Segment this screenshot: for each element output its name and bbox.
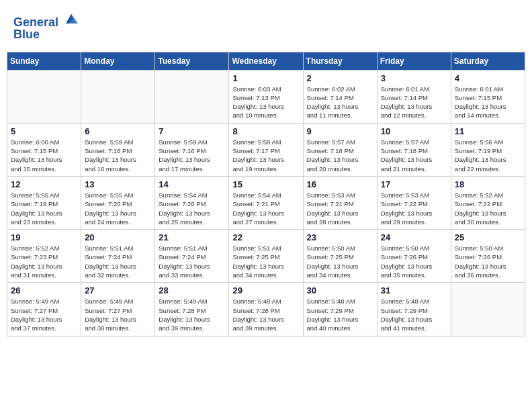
calendar-cell: 6Sunrise: 5:59 AM Sunset: 7:16 PM Daylig… <box>81 123 155 176</box>
cell-info: Sunrise: 5:53 AM Sunset: 7:21 PM Dayligh… <box>307 191 373 226</box>
calendar-cell: 7Sunrise: 5:59 AM Sunset: 7:16 PM Daylig… <box>155 123 229 176</box>
page-header: General Blue <box>7 7 525 45</box>
day-number: 1 <box>232 73 299 83</box>
weekday-header-wednesday: Wednesday <box>229 52 303 70</box>
cell-info: Sunrise: 5:52 AM Sunset: 7:22 PM Dayligh… <box>455 191 521 226</box>
cell-info: Sunrise: 5:59 AM Sunset: 7:16 PM Dayligh… <box>85 138 151 173</box>
day-number: 31 <box>381 285 447 295</box>
cell-info: Sunrise: 6:00 AM Sunset: 7:15 PM Dayligh… <box>11 138 77 173</box>
calendar-cell: 24Sunrise: 5:50 AM Sunset: 7:26 PM Dayli… <box>377 230 451 283</box>
cell-info: Sunrise: 5:48 AM Sunset: 7:29 PM Dayligh… <box>381 297 447 332</box>
cell-info: Sunrise: 5:54 AM Sunset: 7:20 PM Dayligh… <box>159 191 225 226</box>
day-number: 3 <box>381 73 447 83</box>
day-number: 18 <box>455 179 521 189</box>
calendar-cell: 3Sunrise: 6:01 AM Sunset: 7:14 PM Daylig… <box>377 70 451 123</box>
calendar-week-3: 19Sunrise: 5:52 AM Sunset: 7:23 PM Dayli… <box>7 230 525 283</box>
day-number: 21 <box>159 232 225 242</box>
calendar-cell: 1Sunrise: 6:03 AM Sunset: 7:13 PM Daylig… <box>229 70 303 123</box>
day-number: 27 <box>85 285 151 295</box>
calendar-cell <box>81 70 155 123</box>
weekday-header-row: SundayMondayTuesdayWednesdayThursdayFrid… <box>7 52 525 70</box>
weekday-header-thursday: Thursday <box>303 52 377 70</box>
cell-info: Sunrise: 5:51 AM Sunset: 7:25 PM Dayligh… <box>232 244 299 279</box>
cell-info: Sunrise: 5:49 AM Sunset: 7:27 PM Dayligh… <box>11 297 77 332</box>
calendar-week-2: 12Sunrise: 5:55 AM Sunset: 7:19 PM Dayli… <box>7 176 525 229</box>
cell-info: Sunrise: 6:01 AM Sunset: 7:14 PM Dayligh… <box>381 85 447 120</box>
calendar-cell <box>7 70 81 123</box>
calendar-cell: 15Sunrise: 5:54 AM Sunset: 7:21 PM Dayli… <box>229 176 303 229</box>
day-number: 7 <box>159 126 225 136</box>
calendar-cell: 20Sunrise: 5:51 AM Sunset: 7:24 PM Dayli… <box>81 230 155 283</box>
calendar-cell: 10Sunrise: 5:57 AM Sunset: 7:18 PM Dayli… <box>377 123 451 176</box>
cell-info: Sunrise: 5:48 AM Sunset: 7:28 PM Dayligh… <box>232 297 299 332</box>
day-number: 6 <box>85 126 151 136</box>
day-number: 14 <box>159 179 225 189</box>
weekday-header-monday: Monday <box>81 52 155 70</box>
calendar-cell: 13Sunrise: 5:55 AM Sunset: 7:20 PM Dayli… <box>81 176 155 229</box>
day-number: 9 <box>307 126 373 136</box>
calendar-cell: 22Sunrise: 5:51 AM Sunset: 7:25 PM Dayli… <box>229 230 303 283</box>
cell-info: Sunrise: 5:49 AM Sunset: 7:28 PM Dayligh… <box>159 297 225 332</box>
day-number: 23 <box>307 232 373 242</box>
calendar-cell: 16Sunrise: 5:53 AM Sunset: 7:21 PM Dayli… <box>303 176 377 229</box>
calendar-cell: 30Sunrise: 5:48 AM Sunset: 7:29 PM Dayli… <box>303 283 377 336</box>
cell-info: Sunrise: 5:58 AM Sunset: 7:17 PM Dayligh… <box>232 138 299 173</box>
cell-info: Sunrise: 5:48 AM Sunset: 7:29 PM Dayligh… <box>307 297 373 332</box>
cell-info: Sunrise: 5:57 AM Sunset: 7:18 PM Dayligh… <box>381 138 447 173</box>
day-number: 5 <box>11 126 77 136</box>
cell-info: Sunrise: 5:50 AM Sunset: 7:26 PM Dayligh… <box>381 244 447 279</box>
calendar-week-4: 26Sunrise: 5:49 AM Sunset: 7:27 PM Dayli… <box>7 283 525 336</box>
cell-info: Sunrise: 5:54 AM Sunset: 7:21 PM Dayligh… <box>232 191 299 226</box>
logo: General Blue <box>13 10 79 42</box>
weekday-header-tuesday: Tuesday <box>155 52 229 70</box>
calendar-cell: 5Sunrise: 6:00 AM Sunset: 7:15 PM Daylig… <box>7 123 81 176</box>
day-number: 13 <box>85 179 151 189</box>
calendar-cell: 26Sunrise: 5:49 AM Sunset: 7:27 PM Dayli… <box>7 283 81 336</box>
cell-info: Sunrise: 6:03 AM Sunset: 7:13 PM Dayligh… <box>232 85 299 120</box>
calendar-cell: 9Sunrise: 5:57 AM Sunset: 7:18 PM Daylig… <box>303 123 377 176</box>
weekday-header-saturday: Saturday <box>451 52 525 70</box>
calendar-cell: 29Sunrise: 5:48 AM Sunset: 7:28 PM Dayli… <box>229 283 303 336</box>
day-number: 22 <box>232 232 299 242</box>
day-number: 28 <box>159 285 225 295</box>
day-number: 2 <box>307 73 373 83</box>
cell-info: Sunrise: 6:02 AM Sunset: 7:14 PM Dayligh… <box>307 85 373 120</box>
day-number: 10 <box>381 126 447 136</box>
calendar-cell <box>451 283 525 336</box>
cell-info: Sunrise: 5:59 AM Sunset: 7:16 PM Dayligh… <box>159 138 225 173</box>
cell-info: Sunrise: 5:51 AM Sunset: 7:24 PM Dayligh… <box>159 244 225 279</box>
cell-info: Sunrise: 6:01 AM Sunset: 7:15 PM Dayligh… <box>455 85 521 120</box>
day-number: 15 <box>232 179 299 189</box>
day-number: 11 <box>455 126 521 136</box>
day-number: 12 <box>11 179 77 189</box>
calendar-cell: 18Sunrise: 5:52 AM Sunset: 7:22 PM Dayli… <box>451 176 525 229</box>
day-number: 20 <box>85 232 151 242</box>
calendar-cell: 8Sunrise: 5:58 AM Sunset: 7:17 PM Daylig… <box>229 123 303 176</box>
cell-info: Sunrise: 5:56 AM Sunset: 7:19 PM Dayligh… <box>455 138 521 173</box>
cell-info: Sunrise: 5:50 AM Sunset: 7:26 PM Dayligh… <box>455 244 521 279</box>
calendar-cell: 14Sunrise: 5:54 AM Sunset: 7:20 PM Dayli… <box>155 176 229 229</box>
day-number: 29 <box>232 285 299 295</box>
weekday-header-friday: Friday <box>377 52 451 70</box>
cell-info: Sunrise: 5:53 AM Sunset: 7:22 PM Dayligh… <box>381 191 447 226</box>
calendar-cell: 11Sunrise: 5:56 AM Sunset: 7:19 PM Dayli… <box>451 123 525 176</box>
calendar-cell: 27Sunrise: 5:49 AM Sunset: 7:27 PM Dayli… <box>81 283 155 336</box>
calendar-cell: 23Sunrise: 5:50 AM Sunset: 7:25 PM Dayli… <box>303 230 377 283</box>
calendar-cell: 17Sunrise: 5:53 AM Sunset: 7:22 PM Dayli… <box>377 176 451 229</box>
calendar-table: SundayMondayTuesdayWednesdayThursdayFrid… <box>7 52 525 336</box>
calendar-week-0: 1Sunrise: 6:03 AM Sunset: 7:13 PM Daylig… <box>7 70 525 123</box>
day-number: 26 <box>11 285 77 295</box>
calendar-cell <box>155 70 229 123</box>
cell-info: Sunrise: 5:51 AM Sunset: 7:24 PM Dayligh… <box>85 244 151 279</box>
calendar-cell: 21Sunrise: 5:51 AM Sunset: 7:24 PM Dayli… <box>155 230 229 283</box>
day-number: 30 <box>307 285 373 295</box>
weekday-header-sunday: Sunday <box>7 52 81 70</box>
calendar-cell: 31Sunrise: 5:48 AM Sunset: 7:29 PM Dayli… <box>377 283 451 336</box>
cell-info: Sunrise: 5:52 AM Sunset: 7:23 PM Dayligh… <box>11 244 77 279</box>
calendar-cell: 25Sunrise: 5:50 AM Sunset: 7:26 PM Dayli… <box>451 230 525 283</box>
day-number: 4 <box>455 73 521 83</box>
day-number: 24 <box>381 232 447 242</box>
cell-info: Sunrise: 5:57 AM Sunset: 7:18 PM Dayligh… <box>307 138 373 173</box>
day-number: 8 <box>232 126 299 136</box>
day-number: 16 <box>307 179 373 189</box>
